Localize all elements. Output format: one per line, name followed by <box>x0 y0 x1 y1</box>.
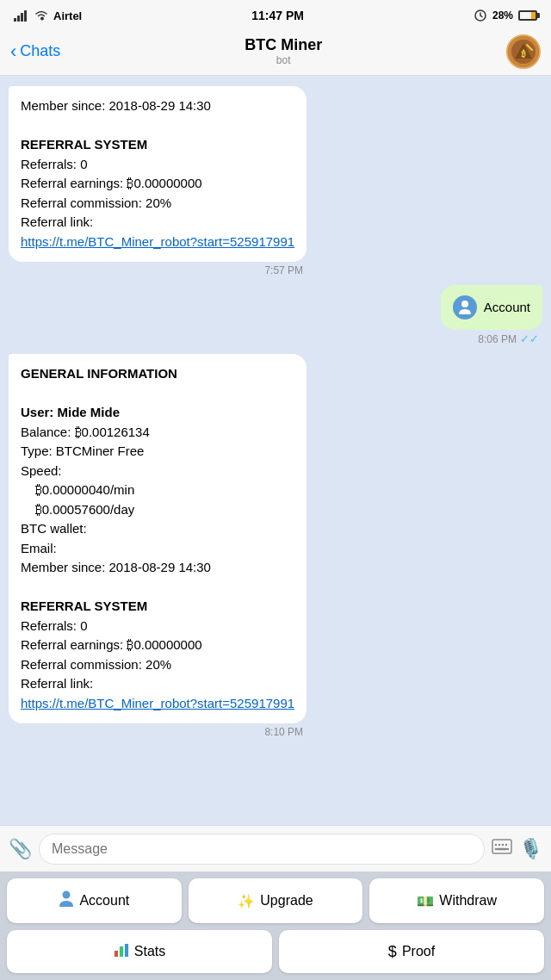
account-icon <box>59 890 74 911</box>
stats-button-label: Stats <box>134 944 165 959</box>
withdraw-icon: 💵 <box>417 893 434 909</box>
referral-link-2[interactable]: https://t.me/BTC_Miner_robot?start=52591… <box>21 696 294 710</box>
svg-rect-21 <box>120 946 123 957</box>
status-right: 28% <box>474 9 537 22</box>
referral-earnings-1: Referral earnings: ₿0.00000000 <box>21 176 202 190</box>
back-label: Chats <box>20 42 60 60</box>
battery-percent: 28% <box>492 9 513 22</box>
input-bar: 📎 🎙️ <box>0 825 551 871</box>
referral-link-label-1: Referral link: <box>21 214 93 229</box>
svg-text:₿: ₿ <box>520 49 525 59</box>
withdraw-button-label: Withdraw <box>439 893 497 909</box>
bot-message-2: GENERAL INFORMATION User: Mide Mide Bala… <box>9 354 306 738</box>
proof-button-label: Proof <box>402 944 435 959</box>
referral-link-label-2: Referral link: <box>21 676 93 691</box>
referral-title-2: REFERRAL SYSTEM <box>21 599 147 613</box>
bot-bubble-2-content: GENERAL INFORMATION User: Mide Mide Bala… <box>9 354 306 723</box>
user-msg-inner: Account <box>453 295 530 319</box>
mic-icon[interactable]: 🎙️ <box>519 838 542 860</box>
speed-per-min: ₿0.00000040/min <box>35 482 135 497</box>
bot-avatar[interactable]: ₿ <box>506 34 541 69</box>
back-chevron-icon: ‹ <box>10 42 16 61</box>
stats-button[interactable]: Stats <box>7 930 272 973</box>
type: Type: BTCMiner Free <box>21 443 144 458</box>
user-message-account: Account 8:06 PM ✓✓ <box>441 285 542 345</box>
proof-icon: $ <box>388 943 397 961</box>
upgrade-button[interactable]: ✨ Upgrade <box>189 878 363 923</box>
battery-icon <box>518 10 537 21</box>
double-check-icon: ✓✓ <box>520 332 539 345</box>
svg-rect-22 <box>125 944 128 957</box>
referrals-1: Referrals: 0 <box>21 157 88 171</box>
chat-area: Member since: 2018-08-29 14:30 REFERRAL … <box>0 76 551 825</box>
carrier-label: Airtel <box>53 9 82 22</box>
keyboard-row-1: Account ✨ Upgrade 💵 Withdraw <box>7 878 544 923</box>
account-button-label: Account <box>79 893 129 909</box>
attach-icon[interactable]: 📎 <box>9 838 32 860</box>
user-bubble-account: Account <box>441 285 542 330</box>
keyboard-row-2: Stats $ Proof <box>7 930 544 973</box>
member-since-2: Member since: 2018-08-29 14:30 <box>21 560 211 574</box>
status-left: Airtel <box>14 9 82 22</box>
nav-subtitle: bot <box>245 54 322 66</box>
upgrade-button-label: Upgrade <box>260 893 313 909</box>
message-input[interactable] <box>39 834 485 865</box>
keyboard-buttons: Account ✨ Upgrade 💵 Withdraw Stats $ Pro… <box>0 871 551 980</box>
svg-rect-3 <box>24 10 27 22</box>
svg-point-10 <box>461 301 468 307</box>
status-bar: Airtel 11:47 PM 28% <box>0 0 551 31</box>
proof-button[interactable]: $ Proof <box>279 930 544 973</box>
nav-title: BTC Miner <box>245 36 322 54</box>
nav-bar: ‹ Chats BTC Miner bot ₿ <box>0 31 551 76</box>
referral-commission-1: Referral commission: 20% <box>21 195 171 210</box>
svg-rect-20 <box>115 951 118 957</box>
wifi-icon <box>34 10 48 21</box>
upgrade-icon: ✨ <box>238 893 255 909</box>
referrals-2: Referrals: 0 <box>21 618 88 633</box>
withdraw-button[interactable]: 💵 Withdraw <box>369 878 544 923</box>
user-time-label: 8:06 PM <box>478 333 517 345</box>
rotation-lock-icon <box>474 9 487 22</box>
svg-rect-0 <box>14 18 16 22</box>
status-time: 11:47 PM <box>251 9 304 22</box>
svg-rect-1 <box>17 16 20 22</box>
referral-title-1: REFERRAL SYSTEM <box>21 137 147 152</box>
user-message-time: 8:06 PM ✓✓ <box>441 332 542 345</box>
svg-point-19 <box>63 891 71 899</box>
bot-message-1: Member since: 2018-08-29 14:30 REFERRAL … <box>9 86 306 276</box>
referral-link-1[interactable]: https://t.me/BTC_Miner_robot?start=52591… <box>21 234 294 249</box>
bot-message-2-time: 8:10 PM <box>9 726 306 738</box>
avatar-image: ₿ <box>508 36 539 67</box>
member-since-text-1: Member since: 2018-08-29 14:30 <box>21 98 211 113</box>
referral-commission-2: Referral commission: 20% <box>21 657 171 672</box>
nav-title-block: BTC Miner bot <box>245 36 322 66</box>
balance: Balance: ₿0.00126134 <box>21 425 150 439</box>
signal-icon <box>14 9 29 22</box>
general-info-title: GENERAL INFORMATION <box>21 366 177 381</box>
btc-wallet-label: BTC wallet: <box>21 521 87 536</box>
bot-message-1-time: 7:57 PM <box>9 264 306 276</box>
stats-icon <box>114 942 129 961</box>
bot-bubble-1-content: Member since: 2018-08-29 14:30 REFERRAL … <box>9 86 306 262</box>
account-button[interactable]: Account <box>7 878 182 923</box>
back-button[interactable]: ‹ Chats <box>10 42 60 61</box>
user-name: User: Mide Mide <box>21 405 120 419</box>
svg-rect-2 <box>21 13 23 22</box>
referral-earnings-2: Referral earnings: ₿0.00000000 <box>21 637 202 652</box>
speed-label: Speed: <box>21 463 62 478</box>
email-label: Email: <box>21 541 57 555</box>
keyboard-icon[interactable] <box>492 838 512 859</box>
user-account-text: Account <box>484 298 530 318</box>
svg-rect-11 <box>492 840 511 853</box>
user-avatar-icon <box>453 295 477 319</box>
speed-per-day: ₿0.00057600/day <box>35 502 135 517</box>
